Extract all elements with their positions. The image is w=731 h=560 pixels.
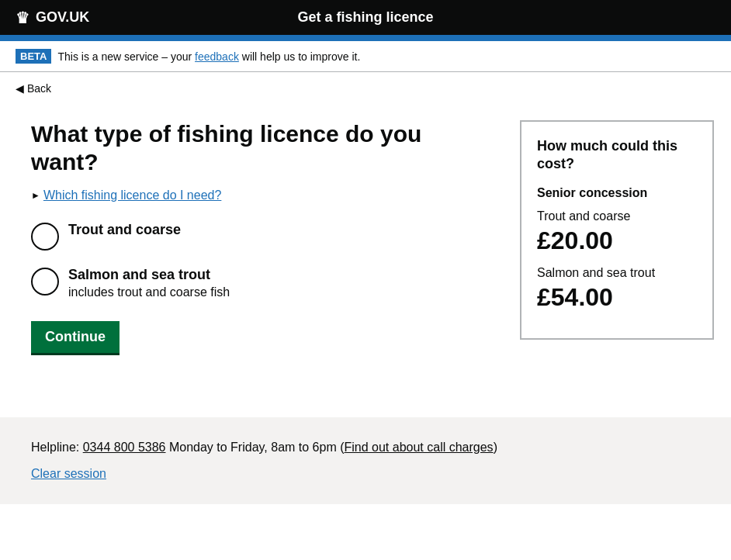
site-header: ♛ GOV.UK Get a fishing licence xyxy=(0,0,731,35)
radio-salmon-label: Salmon and sea trout xyxy=(68,266,230,284)
feedback-link[interactable]: feedback xyxy=(195,50,239,63)
continue-button[interactable]: Continue xyxy=(31,321,120,355)
back-link-wrap: ◀ Back xyxy=(0,72,731,105)
triangle-icon: ► xyxy=(31,190,40,201)
radio-salmon-label-wrap: Salmon and sea trout includes trout and … xyxy=(68,266,230,299)
back-link[interactable]: ◀ Back xyxy=(16,82,51,95)
cost-sidebar: How much could this cost? Senior concess… xyxy=(520,120,714,340)
radio-group: Trout and coarse Salmon and sea trout in… xyxy=(31,221,473,299)
main-content: What type of fishing licence do you want… xyxy=(0,105,729,386)
cost-salmon-amount: £54.00 xyxy=(537,283,697,312)
back-arrow-icon: ◀ xyxy=(16,82,24,95)
logo-text: GOV.UK xyxy=(36,9,89,26)
beta-text: This is a new service – your feedback wi… xyxy=(57,50,360,63)
help-link[interactable]: Which fishing licence do I need? xyxy=(43,188,221,202)
helpline-number-link[interactable]: 0344 800 5386 xyxy=(83,441,166,454)
site-footer: Helpline: 0344 800 5386 Monday to Friday… xyxy=(0,417,731,504)
call-charges-link[interactable]: Find out about call charges xyxy=(345,441,494,454)
cost-section-label: Senior concession xyxy=(537,186,697,200)
radio-salmon-sublabel: includes trout and coarse fish xyxy=(68,285,230,299)
radio-option-salmon[interactable]: Salmon and sea trout includes trout and … xyxy=(31,266,473,299)
form-heading: What type of fishing licence do you want… xyxy=(31,120,435,176)
radio-trout-label-wrap: Trout and coarse xyxy=(68,221,181,239)
cost-salmon-label: Salmon and sea trout xyxy=(537,266,697,280)
beta-banner: BETA This is a new service – your feedba… xyxy=(0,41,731,72)
gov-logo: ♛ GOV.UK xyxy=(16,9,89,27)
radio-trout[interactable] xyxy=(31,223,59,251)
cost-sidebar-title: How much could this cost? xyxy=(537,137,697,174)
radio-salmon[interactable] xyxy=(31,268,59,296)
clear-session-link[interactable]: Clear session xyxy=(31,467,106,480)
page-title: Get a fishing licence xyxy=(297,9,433,26)
help-link-wrap: ► Which fishing licence do I need? xyxy=(31,188,473,202)
footer-clear: Clear session xyxy=(31,467,700,481)
radio-trout-label: Trout and coarse xyxy=(68,221,181,239)
blue-bar xyxy=(0,35,731,41)
crown-icon: ♛ xyxy=(16,9,29,27)
cost-trout-label: Trout and coarse xyxy=(537,209,697,223)
beta-tag: BETA xyxy=(16,49,51,64)
footer-helpline: Helpline: 0344 800 5386 Monday to Friday… xyxy=(31,441,700,455)
form-section: What type of fishing licence do you want… xyxy=(31,120,473,355)
radio-option-trout[interactable]: Trout and coarse xyxy=(31,221,473,251)
cost-trout-amount: £20.00 xyxy=(537,226,697,255)
